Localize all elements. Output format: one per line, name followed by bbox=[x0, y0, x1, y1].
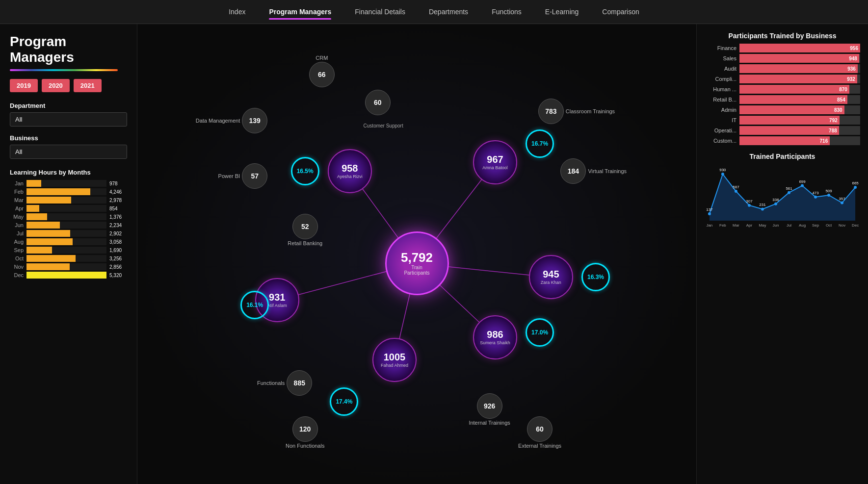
bar-fill bbox=[26, 222, 60, 229]
year-button-2020[interactable]: 2020 bbox=[42, 79, 70, 92]
year-button-2019[interactable]: 2019 bbox=[10, 79, 38, 92]
bar-outer bbox=[26, 255, 106, 262]
bar-value: 1,376 bbox=[109, 214, 127, 220]
hbar-fill: 936 bbox=[739, 64, 858, 73]
manager-node-sumera-shaikh: 986Sumera Shaikh bbox=[473, 315, 517, 359]
hbar-row: IT792 bbox=[705, 116, 860, 125]
bar-row-mar: Mar2,978 bbox=[10, 197, 127, 204]
bar-row-feb: Feb4,246 bbox=[10, 188, 127, 195]
chart-value-label: 509 bbox=[825, 189, 832, 193]
hbar-row: Retail B...854 bbox=[705, 95, 860, 104]
hbar-outer: 956 bbox=[739, 44, 860, 52]
chart-month-label: Sep bbox=[812, 223, 819, 228]
satellite-num: 60 bbox=[536, 425, 544, 433]
chart-month-label: Feb bbox=[719, 223, 726, 228]
bar-outer bbox=[26, 272, 106, 279]
ring-node-3: 17.4% bbox=[330, 387, 358, 416]
nav-item-e-learning[interactable]: E-Learning bbox=[545, 6, 579, 18]
chart-point bbox=[735, 190, 737, 193]
manager-name: Sumera Shaikh bbox=[480, 340, 510, 345]
bar-row-jun: Jun2,234 bbox=[10, 222, 127, 229]
month-label: Jul bbox=[10, 230, 24, 236]
manager-circle: 1005Fahad Ahmed bbox=[372, 338, 417, 382]
business-select[interactable]: All bbox=[10, 145, 127, 159]
month-label: Nov bbox=[10, 264, 24, 270]
chart-point bbox=[708, 212, 711, 215]
department-select[interactable]: All bbox=[10, 112, 127, 127]
hbar-label: Finance bbox=[705, 45, 736, 51]
year-button-2021[interactable]: 2021 bbox=[74, 79, 102, 92]
hbar-outer: 788 bbox=[739, 126, 860, 135]
hbar-row: Human ...870 bbox=[705, 85, 860, 94]
ring-node-2: 16.1% bbox=[240, 291, 269, 319]
hbar-value: 948 bbox=[849, 56, 857, 61]
chart-point bbox=[801, 184, 804, 187]
chart-month-label: Apr bbox=[746, 223, 753, 228]
bar-fill bbox=[26, 230, 70, 237]
bar-row-sep: Sep1,690 bbox=[10, 247, 127, 254]
chart-month-label: May bbox=[759, 223, 766, 228]
trained-chart-title: Trained Participants bbox=[705, 153, 860, 160]
ring-circle: 16.3% bbox=[581, 263, 610, 291]
hbar-value: 716 bbox=[820, 138, 828, 144]
chart-value-label: 561 bbox=[786, 186, 792, 191]
nav-item-financial-details[interactable]: Financial Details bbox=[355, 6, 405, 18]
bar-value: 2,856 bbox=[109, 264, 127, 270]
bar-value: 1,690 bbox=[109, 248, 127, 253]
manager-name: Amna Batool bbox=[482, 165, 508, 170]
ring-node-0: 16.5% bbox=[291, 157, 319, 185]
satellite-label: Retail Banking bbox=[288, 240, 322, 246]
hbar-row: Sales948 bbox=[705, 54, 860, 63]
rainbow-divider bbox=[10, 69, 118, 71]
right-panel: Participants Trained by Business Finance… bbox=[696, 24, 868, 484]
manager-num: 958 bbox=[342, 163, 358, 173]
month-label: Jun bbox=[10, 222, 24, 228]
manager-num: 967 bbox=[487, 154, 503, 164]
nav-item-departments[interactable]: Departments bbox=[429, 6, 468, 18]
satellite-label: Classroom Trainings bbox=[566, 108, 615, 114]
month-label: Oct bbox=[10, 255, 24, 261]
bar-value: 3,058 bbox=[109, 239, 127, 245]
left-panel: Program Managers 201920202021 Department… bbox=[0, 24, 137, 484]
center-network: 5,792TrainParticipants958Ayesha Rizvi967… bbox=[137, 24, 696, 484]
chart-point bbox=[748, 204, 751, 207]
bar-fill bbox=[26, 238, 73, 245]
chart-value-label: 665 bbox=[852, 181, 859, 185]
chart-point bbox=[774, 203, 777, 205]
ring-circle: 16.5% bbox=[291, 157, 319, 185]
satellite-num: 184 bbox=[568, 167, 579, 175]
satellite-num: 120 bbox=[299, 425, 311, 433]
hbar-outer: 716 bbox=[739, 136, 860, 145]
satellite-circle: 120 bbox=[292, 416, 318, 442]
month-label: Mar bbox=[10, 197, 24, 203]
hbar-row: Finance956 bbox=[705, 44, 860, 52]
chart-value-label: 699 bbox=[799, 179, 806, 184]
chart-point bbox=[788, 191, 790, 194]
ring-circle: 17.0% bbox=[526, 318, 554, 347]
manager-name: Zara Khan bbox=[541, 280, 561, 285]
chart-point bbox=[814, 196, 817, 199]
satellite-label: Virtual Trainings bbox=[588, 168, 627, 174]
trained-line-chart: 137Jan930Feb587Mar307Apr231May336Jun561J… bbox=[705, 164, 860, 243]
hbar-value: 870 bbox=[839, 87, 847, 92]
nav-item-index[interactable]: Index bbox=[229, 6, 245, 18]
hbar-label: Human ... bbox=[705, 86, 736, 92]
hbar-fill: 716 bbox=[739, 136, 830, 145]
hbar-fill: 792 bbox=[739, 116, 840, 125]
nav-item-functions[interactable]: Functions bbox=[492, 6, 522, 18]
satellite-circle: 57 bbox=[242, 163, 267, 189]
center-circle: 5,792TrainParticipants bbox=[385, 231, 449, 295]
chart-value-label: 587 bbox=[733, 185, 739, 189]
satellite-label: Power BI bbox=[218, 173, 240, 179]
business-label: Business bbox=[10, 134, 127, 142]
nav-item-program-managers[interactable]: Program Managers bbox=[269, 6, 331, 18]
manager-num: 945 bbox=[543, 269, 559, 279]
bar-value: 3,256 bbox=[109, 256, 127, 261]
satellite-node-10: 60External Trainings bbox=[527, 416, 552, 442]
nav-item-comparison[interactable]: Comparison bbox=[602, 6, 639, 18]
hbar-fill: 830 bbox=[739, 105, 844, 114]
hbar-fill: 948 bbox=[739, 54, 859, 63]
hbar-outer: 932 bbox=[739, 75, 860, 83]
month-label: Apr bbox=[10, 205, 24, 211]
network-nodes: 5,792TrainParticipants958Ayesha Rizvi967… bbox=[137, 24, 696, 484]
